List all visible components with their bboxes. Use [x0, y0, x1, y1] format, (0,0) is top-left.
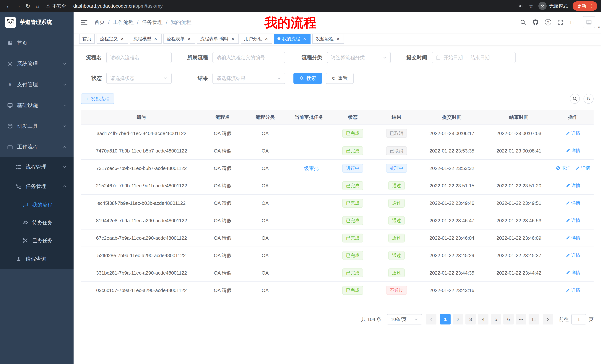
- sidebar-item-leave-query[interactable]: 请假查询: [0, 249, 74, 269]
- submit-time-range-picker[interactable]: 开始日期 - 结束日期: [432, 52, 516, 63]
- next-page-button[interactable]: [543, 314, 553, 325]
- cell-actions: 取消 详情: [552, 160, 594, 177]
- page-button-2[interactable]: 2: [453, 314, 463, 325]
- refresh-table-button[interactable]: ↻: [583, 94, 594, 104]
- scissors-icon: [22, 238, 28, 243]
- breadcrumb-home[interactable]: 首页: [94, 19, 105, 26]
- cancel-action[interactable]: 取消: [556, 165, 570, 171]
- tab[interactable]: 用户分组 ×: [241, 34, 272, 44]
- create-process-button[interactable]: + 发起流程: [81, 94, 114, 104]
- detail-action[interactable]: 详情: [566, 182, 580, 189]
- sidebar-item-payment[interactable]: ¥ 支付管理: [0, 74, 74, 95]
- result-label: 结果: [180, 75, 208, 82]
- detail-action[interactable]: 详情: [566, 235, 580, 241]
- header-search-icon[interactable]: [520, 19, 526, 25]
- detail-action[interactable]: 详情: [566, 287, 580, 293]
- browser-reload-button[interactable]: ↻: [23, 1, 33, 11]
- status-tag: 已完成: [342, 234, 363, 242]
- page-button-6[interactable]: 6: [503, 314, 514, 325]
- sidebar-item-my-processes[interactable]: 我的流程: [0, 196, 74, 214]
- font-size-icon[interactable]: TT: [570, 20, 576, 25]
- browser-home-button[interactable]: ⌂: [33, 1, 42, 11]
- detail-action[interactable]: 详情: [566, 270, 580, 276]
- detail-action-label: 详情: [571, 148, 580, 153]
- category-select[interactable]: 请选择流程分类: [327, 52, 391, 63]
- tab-close-icon[interactable]: ×: [335, 36, 341, 41]
- detail-action[interactable]: 详情: [566, 130, 580, 136]
- page-button-4[interactable]: 4: [478, 314, 489, 325]
- sidebar-item-system[interactable]: 系统管理: [0, 53, 74, 74]
- avatar-caret-icon[interactable]: ▾: [598, 25, 600, 29]
- hamburger-icon[interactable]: [80, 18, 89, 27]
- cell-result: 已取消: [375, 142, 419, 160]
- cell-current-task: [287, 125, 331, 142]
- detail-action[interactable]: 详情: [566, 200, 580, 206]
- github-icon[interactable]: [532, 19, 539, 25]
- detail-action[interactable]: 详情: [566, 148, 580, 153]
- browser-menu-dots-icon[interactable]: ⋮: [589, 3, 594, 9]
- current-task-link[interactable]: 一级审批: [299, 165, 319, 171]
- avatar[interactable]: ▾: [583, 16, 595, 29]
- detail-action[interactable]: 详情: [566, 252, 580, 258]
- address-bar[interactable]: dashboard.yudao.iocoder.cn/bpm/task/my: [73, 3, 163, 9]
- chevron-down-icon: [163, 76, 168, 80]
- show-search-toggle-button[interactable]: [570, 94, 580, 104]
- tab-close-icon[interactable]: ×: [302, 36, 307, 41]
- process-name-input-field[interactable]: [110, 55, 168, 60]
- breadcrumb-workflow[interactable]: 工作流程: [113, 19, 134, 26]
- password-key-icon[interactable]: [518, 3, 524, 9]
- site-security-indicator[interactable]: ⚠ 不安全: [46, 3, 66, 9]
- sidebar-item-todo-tasks[interactable]: 待办任务: [0, 214, 74, 231]
- sidebar-item-done-tasks[interactable]: 已办任务: [0, 231, 74, 249]
- tab-close-icon[interactable]: ×: [264, 36, 269, 41]
- end-date-placeholder[interactable]: 结束日期: [471, 54, 490, 61]
- tab-close-icon[interactable]: ×: [230, 36, 235, 41]
- status-select[interactable]: 请选择状态: [106, 73, 172, 84]
- sidebar-item-label: 已办任务: [32, 237, 52, 244]
- owner-process-label: 所属流程: [180, 54, 208, 61]
- page-size-select[interactable]: 10条/页: [387, 314, 422, 325]
- browser-back-button[interactable]: ←: [4, 1, 13, 11]
- start-date-placeholder[interactable]: 开始日期: [443, 54, 463, 61]
- cell-end-time: 2022-01-22 23:44:42: [485, 264, 552, 282]
- sidebar-item-task-management[interactable]: 任务管理: [0, 177, 74, 196]
- detail-action[interactable]: 详情: [566, 217, 580, 223]
- sidebar-item-devtools[interactable]: 研发工具: [0, 116, 74, 136]
- sidebar-item-workflow[interactable]: 工作流程: [0, 136, 74, 157]
- page-button-11[interactable]: 11: [529, 314, 539, 325]
- browser-update-button[interactable]: 更新 ⋮: [573, 1, 597, 11]
- tab[interactable]: 发起流程 ×: [312, 34, 344, 44]
- app-logo[interactable]: 芋道管理系统: [0, 12, 74, 33]
- owner-process-input-field[interactable]: [217, 55, 281, 60]
- page-button-1[interactable]: 1: [440, 314, 451, 325]
- detail-action[interactable]: 详情: [576, 165, 590, 171]
- tab[interactable]: 流程表单 ×: [163, 34, 195, 44]
- goto-page-input[interactable]: [571, 314, 586, 325]
- tab-close-icon[interactable]: ×: [120, 36, 125, 41]
- bookmark-star-icon[interactable]: ☆: [529, 3, 534, 9]
- page-ellipsis[interactable]: •••: [516, 314, 526, 325]
- search-button[interactable]: 搜索: [293, 73, 322, 84]
- tab[interactable]: 首页: [79, 34, 95, 44]
- sidebar-item-process-management[interactable]: 流程管理: [0, 157, 74, 177]
- result-select[interactable]: 请选择流结果: [212, 73, 285, 84]
- detail-action-label: 详情: [571, 182, 580, 189]
- fullscreen-icon[interactable]: [558, 19, 563, 25]
- help-icon[interactable]: ?: [545, 19, 551, 25]
- sidebar-item-infrastructure[interactable]: 基础设施: [0, 95, 74, 116]
- page-button-5[interactable]: 5: [491, 314, 501, 325]
- browser-forward-button[interactable]: →: [13, 1, 23, 11]
- tab[interactable]: 我的流程 ×: [274, 34, 311, 44]
- sidebar-item-home[interactable]: 首页: [0, 33, 74, 53]
- tab-close-icon[interactable]: ×: [186, 36, 192, 41]
- breadcrumb-task-management[interactable]: 任务管理: [142, 19, 163, 26]
- owner-process-input[interactable]: [212, 52, 285, 63]
- process-name-input[interactable]: [106, 52, 172, 63]
- tab[interactable]: 流程表单-编辑 ×: [197, 34, 239, 44]
- tab[interactable]: 流程模型 ×: [130, 34, 161, 44]
- tab-close-icon[interactable]: ×: [153, 36, 158, 41]
- tab[interactable]: 流程定义 ×: [97, 34, 128, 44]
- page-button-3[interactable]: 3: [465, 314, 476, 325]
- reset-button[interactable]: ↻ 重置: [326, 73, 354, 84]
- prev-page-button[interactable]: [426, 314, 436, 325]
